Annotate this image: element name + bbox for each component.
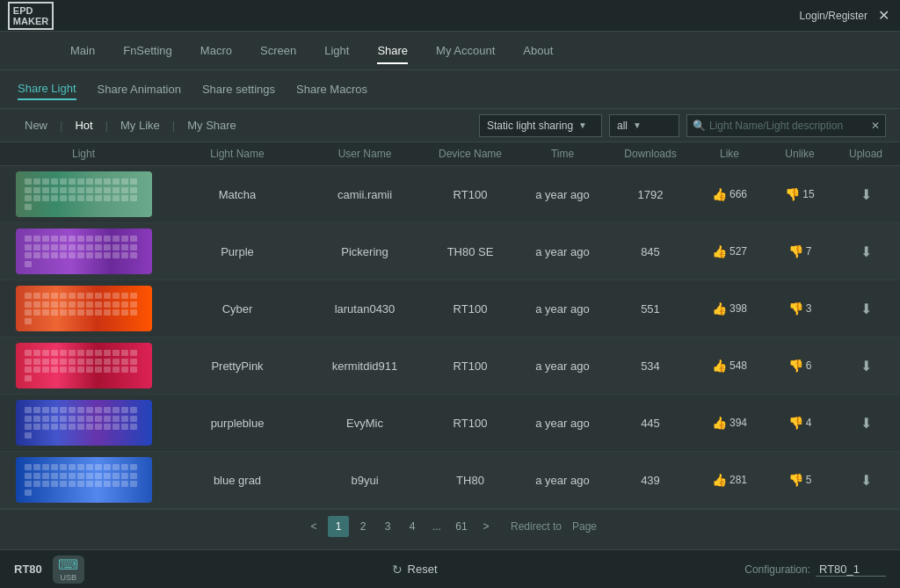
light-type-dropdown[interactable]: Static light sharing ▼ (479, 114, 602, 137)
cell-operate-2[interactable]: ▾ (896, 241, 900, 262)
cell-thumb-3 (0, 286, 167, 331)
col-operate: Operate (896, 148, 900, 160)
nav-item-fnsetting[interactable]: FnSetting (123, 40, 172, 61)
cell-like-5[interactable]: 👍 394 (694, 416, 765, 430)
cell-downloads-5: 445 (606, 417, 694, 430)
nav-item-about[interactable]: About (523, 40, 553, 61)
filter-my-like[interactable]: My Like (110, 119, 171, 132)
page-next[interactable]: > (475, 516, 497, 537)
close-button[interactable]: ✕ (878, 7, 889, 24)
download-button[interactable]: ⬇ (835, 358, 896, 374)
download-button[interactable]: ⬇ (835, 472, 896, 489)
nav-item-share[interactable]: Share (377, 40, 408, 61)
cell-like-3[interactable]: 👍 398 (694, 301, 765, 316)
unlike-count: 5 (806, 474, 812, 486)
cell-unlike-3[interactable]: 👎 3 (765, 301, 835, 316)
table-row: blue grad b9yui TH80 a year ago 439 👍 28… (0, 452, 900, 509)
cell-unlike-5[interactable]: 👎 4 (765, 416, 835, 430)
cell-operate-6[interactable]: ▾ (896, 469, 900, 490)
cell-light-name-3: Cyber (167, 302, 308, 316)
page-3[interactable]: 3 (377, 516, 398, 537)
table-header: Light Light Name User Name Device Name T… (0, 142, 900, 166)
like-count: 548 (729, 359, 747, 372)
cell-thumb-1 (0, 171, 167, 217)
download-button[interactable]: ⬇ (835, 186, 896, 203)
col-user-name: User Name (308, 148, 422, 160)
cell-unlike-6[interactable]: 👎 5 (765, 473, 835, 487)
unlike-icon: 👎 (785, 187, 800, 201)
cell-upload-2[interactable]: ⬇ (835, 243, 896, 260)
page-1[interactable]: 1 (328, 516, 349, 537)
like-icon: 👍 (712, 416, 727, 430)
table-row: Purple Pickering TH80 SE a year ago 845 … (0, 223, 900, 280)
filter-new[interactable]: New (14, 119, 58, 132)
cell-like-2[interactable]: 👍 527 (694, 244, 765, 258)
like-count: 281 (729, 474, 747, 486)
page-last[interactable]: 61 (451, 516, 472, 537)
cell-like-4[interactable]: 👍 548 (694, 359, 765, 373)
search-box[interactable]: 🔍 ✕ (686, 114, 886, 137)
keyboard-icon: ⌨ (58, 556, 78, 573)
keyboard-thumbnail (16, 171, 152, 217)
unlike-count: 3 (806, 302, 812, 315)
cell-device-3: RT100 (422, 302, 519, 316)
nav-item-light[interactable]: Light (324, 40, 349, 61)
cell-operate-3[interactable]: ▾ (896, 298, 900, 319)
nav-item-myaccount[interactable]: My Account (436, 40, 495, 61)
col-downloads: Downloads (606, 148, 694, 160)
download-button[interactable]: ⬇ (835, 243, 896, 260)
cell-unlike-4[interactable]: 👎 6 (765, 359, 835, 373)
cell-upload-1[interactable]: ⬇ (835, 186, 896, 203)
config-area: Configuration: RT80_1 (744, 563, 886, 577)
page-4[interactable]: 4 (402, 516, 423, 537)
like-count: 527 (729, 245, 747, 258)
cell-operate-1[interactable]: ▾ (896, 184, 900, 205)
tab-share-macros[interactable]: Share Macros (296, 79, 367, 99)
tab-share-light[interactable]: Share Light (18, 78, 76, 100)
nav-item-main[interactable]: Main (70, 40, 95, 61)
cell-unlike-2[interactable]: 👎 7 (765, 244, 835, 258)
all-dropdown[interactable]: all ▼ (609, 114, 679, 137)
unlike-icon: 👎 (788, 359, 803, 373)
cell-operate-4[interactable]: ▾ (896, 355, 900, 376)
col-upload: Upload (835, 148, 896, 160)
tab-share-animation[interactable]: Share Animation (98, 79, 181, 99)
cell-user-name-6: b9yui (308, 474, 422, 487)
cell-upload-6[interactable]: ⬇ (835, 472, 896, 489)
cell-user-name-1: camii.ramii (308, 188, 422, 201)
cell-downloads-6: 439 (606, 474, 694, 487)
cell-operate-5[interactable]: ▾ (896, 412, 900, 433)
cell-light-name-6: blue grad (167, 474, 308, 487)
like-icon: 👍 (712, 244, 727, 258)
reset-text[interactable]: Reset (408, 563, 438, 576)
cell-unlike-1[interactable]: 👎 15 (765, 187, 835, 201)
like-count: 666 (729, 188, 747, 200)
cell-upload-4[interactable]: ⬇ (835, 358, 896, 374)
like-count: 394 (729, 417, 747, 429)
download-button[interactable]: ⬇ (835, 415, 896, 432)
search-input[interactable] (709, 120, 867, 132)
cell-like-1[interactable]: 👍 666 (694, 187, 765, 201)
login-register-button[interactable]: Login/Register (800, 10, 867, 22)
table-row: PrettyPink kermitdid911 RT100 a year ago… (0, 338, 900, 395)
page-2[interactable]: 2 (352, 516, 374, 537)
tab-share-settings[interactable]: Share settings (202, 79, 275, 99)
cell-upload-5[interactable]: ⬇ (835, 415, 896, 432)
cell-like-6[interactable]: 👍 281 (694, 473, 765, 487)
cell-upload-3[interactable]: ⬇ (835, 301, 896, 317)
cell-downloads-1: 1792 (606, 188, 694, 201)
unlike-icon: 👎 (788, 473, 803, 487)
search-clear-icon[interactable]: ✕ (871, 120, 880, 132)
nav-item-screen[interactable]: Screen (260, 40, 296, 61)
page-prev[interactable]: < (303, 516, 324, 537)
filter-hot[interactable]: Hot (64, 119, 103, 132)
unlike-count: 6 (806, 359, 812, 372)
all-value: all (617, 120, 628, 132)
filter-my-share[interactable]: My Share (177, 119, 247, 132)
download-button[interactable]: ⬇ (835, 301, 896, 317)
search-icon: 🔍 (693, 120, 706, 132)
table-row: Matcha camii.ramii RT100 a year ago 1792… (0, 166, 900, 223)
cell-device-1: RT100 (422, 188, 519, 201)
nav-item-macro[interactable]: Macro (200, 40, 232, 61)
keyboard-thumbnail (16, 400, 152, 446)
